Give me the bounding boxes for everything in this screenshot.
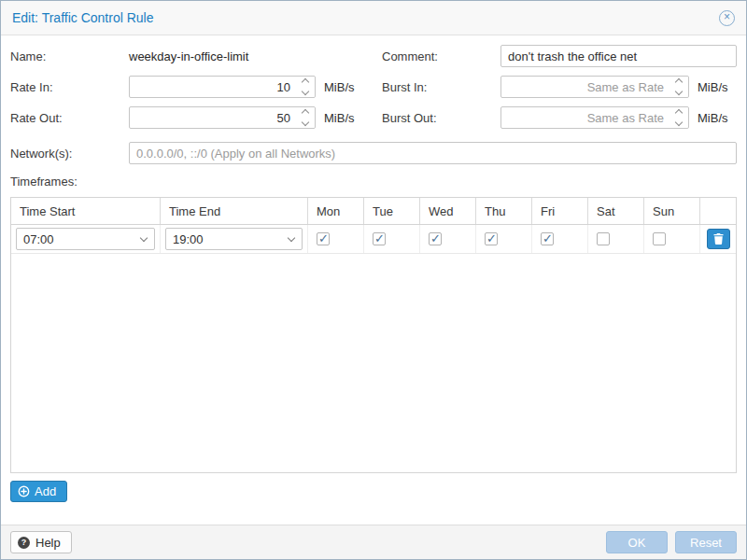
time-start-combo[interactable]: 07:00 — [16, 228, 155, 250]
column-header-actions — [700, 198, 736, 224]
time-start-value: 07:00 — [23, 232, 54, 246]
burst-out-label: Burst Out: — [382, 111, 500, 125]
day-cell-fri — [532, 225, 588, 253]
column-header-fri: Fri — [532, 198, 588, 224]
timeframes-label: Timeframes: — [10, 175, 737, 191]
day-cell-wed — [420, 225, 476, 253]
checkbox-tue[interactable] — [373, 232, 386, 245]
column-header-wed: Wed — [420, 198, 476, 224]
time-end-value: 19:00 — [173, 232, 204, 246]
add-button[interactable]: Add — [10, 481, 67, 502]
table-empty-area — [11, 254, 736, 472]
checkbox-fri[interactable] — [541, 232, 554, 245]
table-header-row: Time Start Time End Mon Tue Wed Thu Fri … — [11, 198, 736, 225]
networks-field-row: Network(s): — [10, 142, 737, 164]
add-button-label: Add — [35, 484, 56, 498]
burst-in-unit: MiB/s — [698, 80, 728, 94]
delete-row-button[interactable] — [707, 229, 730, 249]
spinner-down-icon — [674, 88, 682, 95]
comment-field-row: Comment: — [382, 45, 737, 67]
time-start-cell: 07:00 — [11, 225, 161, 253]
day-cell-tue — [364, 225, 420, 253]
column-header-sat: Sat — [588, 198, 644, 224]
timeframes-table: Time Start Time End Mon Tue Wed Thu Fri … — [10, 197, 737, 473]
checkbox-wed[interactable] — [429, 232, 442, 245]
burst-out-unit: MiB/s — [698, 111, 728, 125]
column-header-time-end: Time End — [161, 198, 308, 224]
rate-in-spinner[interactable] — [295, 77, 315, 97]
column-header-mon: Mon — [308, 198, 364, 224]
spinner-down-icon — [301, 119, 308, 126]
ok-button[interactable]: OK — [606, 531, 668, 553]
rate-in-unit: MiB/s — [324, 80, 355, 94]
networks-label: Network(s): — [10, 147, 129, 161]
close-icon[interactable]: × — [719, 10, 735, 26]
name-value: weekday-in-office-limit — [129, 49, 248, 63]
burst-out-spinner[interactable] — [669, 107, 688, 128]
burst-in-label: Burst In: — [382, 80, 500, 94]
burst-out-input[interactable] — [500, 106, 689, 129]
column-header-thu: Thu — [476, 198, 532, 224]
comment-label: Comment: — [382, 49, 500, 63]
trash-icon — [713, 233, 724, 245]
rate-in-label: Rate In: — [10, 80, 129, 94]
rate-out-label: Rate Out: — [10, 111, 129, 125]
chevron-down-icon — [288, 234, 295, 242]
add-icon — [18, 485, 30, 497]
networks-input[interactable] — [129, 142, 737, 164]
rate-in-spinner-field — [129, 76, 316, 98]
help-icon: ? — [18, 537, 30, 549]
burst-in-spinner[interactable] — [669, 77, 688, 97]
column-header-sun: Sun — [644, 198, 700, 224]
burst-in-field-row: Burst In: MiB/s — [382, 76, 737, 98]
checkbox-sun[interactable] — [653, 232, 666, 245]
actions-cell — [700, 225, 736, 253]
dialog-body: Name: weekday-in-office-limit Comment: R… — [1, 35, 746, 525]
rate-out-spinner[interactable] — [295, 107, 315, 128]
table-row: 07:00 19:00 — [11, 225, 736, 254]
name-field-row: Name: weekday-in-office-limit — [10, 45, 365, 67]
form: Name: weekday-in-office-limit Comment: R… — [10, 45, 737, 129]
dialog-footer: ? Help OK Reset — [1, 525, 746, 559]
spinner-down-icon — [674, 119, 682, 126]
spinner-up-icon — [674, 109, 682, 117]
dialog-title: Edit: Traffic Control Rule — [12, 10, 153, 25]
column-header-tue: Tue — [364, 198, 420, 224]
reset-button[interactable]: Reset — [675, 531, 737, 553]
spinner-up-icon — [301, 78, 308, 86]
day-cell-thu — [476, 225, 532, 253]
comment-input[interactable] — [500, 45, 737, 67]
dialog-header: Edit: Traffic Control Rule × — [1, 1, 746, 35]
time-end-cell: 19:00 — [161, 225, 308, 253]
checkbox-sat[interactable] — [597, 232, 610, 245]
chevron-down-icon — [140, 234, 148, 242]
rate-out-spinner-field — [129, 106, 316, 129]
burst-in-spinner-field — [500, 76, 689, 98]
rate-in-input[interactable] — [129, 76, 316, 98]
rate-out-field-row: Rate Out: MiB/s — [10, 106, 365, 129]
help-button-label: Help — [35, 536, 61, 550]
spinner-up-icon — [674, 78, 682, 86]
rate-out-unit: MiB/s — [324, 111, 355, 125]
time-end-combo[interactable]: 19:00 — [165, 228, 303, 250]
day-cell-sat — [588, 225, 644, 253]
rate-in-field-row: Rate In: MiB/s — [10, 76, 365, 98]
name-label: Name: — [10, 49, 129, 63]
day-cell-sun — [644, 225, 700, 253]
burst-out-field-row: Burst Out: MiB/s — [382, 106, 737, 129]
burst-in-input[interactable] — [500, 76, 689, 98]
burst-out-spinner-field — [500, 106, 689, 129]
day-cell-mon — [308, 225, 364, 253]
spinner-up-icon — [301, 109, 308, 117]
help-button[interactable]: ? Help — [10, 531, 72, 553]
rate-out-input[interactable] — [129, 106, 316, 129]
edit-traffic-control-rule-dialog: Edit: Traffic Control Rule × Name: weekd… — [0, 0, 747, 560]
spinner-down-icon — [301, 88, 308, 95]
checkbox-thu[interactable] — [485, 232, 498, 245]
checkbox-mon[interactable] — [317, 232, 330, 245]
column-header-time-start: Time Start — [11, 198, 161, 224]
